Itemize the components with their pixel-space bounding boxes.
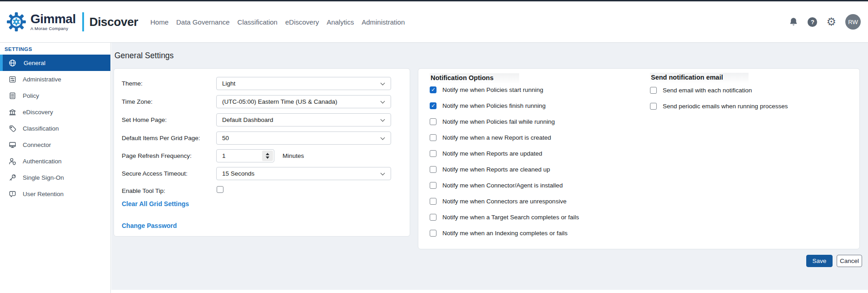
nav-item-classification[interactable]: Classification xyxy=(238,18,278,26)
admin-panel-icon xyxy=(9,76,16,83)
home-page-select[interactable]: Default Dashboard xyxy=(216,113,391,126)
general-settings-card: Theme: Light Time Zone: (UTC-05:00) East… xyxy=(114,68,410,237)
notification-option-row: Notify me when Reports are updated xyxy=(430,146,579,162)
monitor-icon xyxy=(9,141,16,149)
spinner-up-icon[interactable] xyxy=(266,153,269,155)
checkbox[interactable] xyxy=(650,103,657,110)
checkbox-label: Notify me when Policies start running xyxy=(442,86,543,93)
notification-option-row: Notify me when Reports are cleaned up xyxy=(430,162,579,177)
checkbox-label: Notify me when Reports are cleaned up xyxy=(442,166,550,173)
checkbox[interactable] xyxy=(650,87,657,94)
sidebar-item-single-sign-on[interactable]: Single Sign-On xyxy=(0,169,110,186)
secure-timeout-label: Secure Access Timeout: xyxy=(122,167,188,180)
sidebar-item-label: General xyxy=(24,60,45,66)
logo-divider xyxy=(82,12,84,31)
spinner-down-icon[interactable] xyxy=(266,157,269,159)
number-spinner[interactable] xyxy=(262,151,273,161)
chevron-down-icon xyxy=(381,99,385,104)
save-button[interactable]: Save xyxy=(806,255,833,267)
chevron-down-icon xyxy=(381,117,385,122)
help-icon[interactable]: ? xyxy=(808,17,817,27)
checkbox[interactable] xyxy=(430,86,436,93)
chevron-down-icon xyxy=(381,136,385,140)
sidebar-item-label: Policy xyxy=(23,92,39,99)
checkbox[interactable] xyxy=(430,150,436,157)
nav-item-ediscovery[interactable]: eDiscovery xyxy=(285,18,319,26)
gimmal-gear-logo-icon xyxy=(6,12,26,32)
checkbox[interactable] xyxy=(430,182,436,189)
sidebar-item-authentication[interactable]: Authentication xyxy=(0,153,110,169)
checkbox-label: Notify me when an Indexing completes or … xyxy=(442,230,567,237)
brand-tagline: A Morae Company xyxy=(30,26,68,31)
sidebar-item-label: Connector xyxy=(23,141,51,148)
sidebar-item-administrative[interactable]: Administrative xyxy=(0,71,110,87)
refresh-frequency-input[interactable]: 1 xyxy=(216,149,274,162)
refresh-frequency-units: Minutes xyxy=(283,149,304,162)
nav-item-home[interactable]: Home xyxy=(150,18,169,26)
nav-item-analytics[interactable]: Analytics xyxy=(327,18,354,26)
user-avatar[interactable]: RW xyxy=(845,14,861,30)
sidebar-item-label: Administrative xyxy=(23,76,61,83)
cancel-button[interactable]: Cancel xyxy=(837,255,862,267)
header-actions: ? ⚙ RW xyxy=(789,1,861,42)
sidebar-item-label: User Retention xyxy=(23,191,64,197)
theme-select[interactable]: Light xyxy=(216,77,391,90)
items-per-page-select[interactable]: 50 xyxy=(216,131,391,145)
sidebar-item-policy[interactable]: Policy xyxy=(0,87,110,104)
form-row-items-per-page: Default Items Per Grid Page: 50 xyxy=(114,131,410,145)
sidebar-section-label: SETTINGS xyxy=(5,46,110,52)
sidebar-item-connector[interactable]: Connector xyxy=(0,136,110,153)
checkbox-label: Notify me when Connectors are unresponsi… xyxy=(442,198,566,205)
change-password-link[interactable]: Change Password xyxy=(122,222,177,229)
sidebar-item-label: Authentication xyxy=(23,158,62,165)
checkbox[interactable] xyxy=(430,230,436,237)
send-email-title: Send notification email xyxy=(650,73,749,82)
sidebar-item-user-retention[interactable]: User Retention xyxy=(0,186,110,202)
brand-name: Gimmal xyxy=(30,13,76,25)
send-email-option-row: Send email with each notification xyxy=(650,82,788,98)
checkbox[interactable] xyxy=(430,214,436,221)
notifications-bell-icon[interactable] xyxy=(789,17,799,27)
notification-option-row: Notify me when Policies fail while runni… xyxy=(430,114,579,130)
sidebar-item-label: eDiscovery xyxy=(23,109,53,116)
settings-sidebar: SETTINGS General Administrative Policy e… xyxy=(0,43,111,293)
settings-gear-icon[interactable]: ⚙ xyxy=(826,16,836,27)
form-row-secure-timeout: Secure Access Timeout: 15 Seconds xyxy=(114,167,410,180)
sidebar-item-general[interactable]: General xyxy=(0,55,110,71)
sidebar-item-label: Classification xyxy=(23,125,59,132)
form-row-timezone: Time Zone: (UTC-05:00) Eastern Time (US … xyxy=(114,95,410,108)
checkbox[interactable] xyxy=(430,102,436,109)
send-email-list: Send email with each notification Send p… xyxy=(650,82,788,114)
secure-timeout-select[interactable]: 15 Seconds xyxy=(216,167,391,180)
checkbox[interactable] xyxy=(430,134,436,141)
checkbox[interactable] xyxy=(430,166,436,173)
sidebar-item-ediscovery[interactable]: eDiscovery xyxy=(0,104,110,120)
clear-grid-settings-link[interactable]: Clear All Grid Settings xyxy=(122,200,189,207)
form-row-refresh-frequency: Page Refresh Frequency: 1 Minutes xyxy=(114,149,410,162)
checkbox-label: Notify me when Reports are updated xyxy=(442,150,542,157)
timezone-select[interactable]: (UTC-05:00) Eastern Time (US & Canada) xyxy=(216,95,391,108)
nav-item-data-governance[interactable]: Data Governance xyxy=(176,18,230,26)
chevron-down-icon xyxy=(381,81,385,86)
home-page-label: Set Home Page: xyxy=(122,113,167,126)
theme-value: Light xyxy=(222,80,235,87)
notification-option-row: Notify me when Policies start running xyxy=(430,82,579,98)
nav-item-administration[interactable]: Administration xyxy=(362,18,405,26)
page-title: General Settings xyxy=(114,51,174,61)
app-header: Gimmal A Morae Company Discover Home Dat… xyxy=(0,1,868,43)
tooltip-checkbox[interactable] xyxy=(217,186,223,193)
checkbox-label: Notify me when a new Report is created xyxy=(442,134,551,141)
tag-icon xyxy=(9,125,16,132)
user-shield-icon xyxy=(9,157,16,165)
checkbox[interactable] xyxy=(430,198,436,205)
notification-options-list: Notify me when Policies start running No… xyxy=(430,82,579,241)
brand-logo[interactable]: Gimmal A Morae Company Discover xyxy=(6,1,138,42)
refresh-frequency-label: Page Refresh Frequency: xyxy=(122,149,192,162)
checkbox-label: Send periodic emails when running proces… xyxy=(663,103,788,110)
secure-timeout-value: 15 Seconds xyxy=(222,170,254,177)
notification-option-row: Notify me when a new Report is created xyxy=(430,130,579,146)
checkbox[interactable] xyxy=(430,118,436,125)
items-per-page-label: Default Items Per Grid Page: xyxy=(122,131,200,145)
timezone-label: Time Zone: xyxy=(122,95,153,108)
sidebar-item-classification[interactable]: Classification xyxy=(0,120,110,136)
